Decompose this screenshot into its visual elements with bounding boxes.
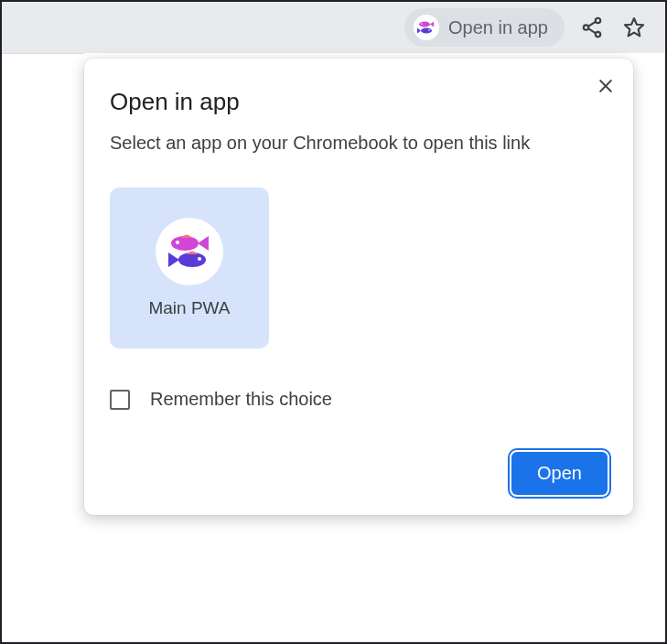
star-icon[interactable] (619, 13, 649, 42)
svg-marker-4 (417, 28, 421, 34)
svg-point-14 (171, 236, 199, 251)
fish-icon (414, 15, 439, 40)
dialog-title: Open in app (110, 88, 608, 116)
svg-marker-15 (198, 236, 209, 251)
open-button[interactable]: Open (511, 452, 608, 495)
svg-marker-11 (625, 18, 643, 36)
share-icon[interactable] (577, 13, 607, 42)
remember-label: Remember this choice (150, 389, 332, 410)
svg-point-2 (421, 23, 423, 25)
svg-point-7 (584, 25, 588, 29)
svg-point-19 (198, 257, 201, 261)
app-tile-main-pwa[interactable]: Main PWA (110, 188, 269, 349)
svg-line-9 (588, 22, 596, 27)
remember-choice-row[interactable]: Remember this choice (110, 389, 608, 410)
browser-toolbar: Open in app (2, 2, 665, 53)
window-frame: Open in app Open in app Selec (0, 0, 667, 644)
svg-marker-18 (168, 252, 179, 267)
close-button[interactable] (591, 71, 620, 101)
svg-point-0 (419, 22, 430, 27)
fish-icon (156, 218, 223, 285)
svg-marker-1 (430, 22, 434, 27)
dialog-subtitle: Select an app on your Chromebook to open… (110, 129, 586, 156)
svg-point-16 (176, 241, 179, 244)
toolbar-divider (2, 53, 84, 60)
svg-point-5 (428, 29, 430, 31)
svg-point-17 (178, 252, 206, 267)
svg-line-10 (588, 28, 596, 33)
checkbox-icon[interactable] (110, 390, 130, 410)
dialog-button-row: Open (110, 452, 608, 495)
open-in-app-dialog: Open in app Select an app on your Chrome… (84, 59, 633, 515)
chip-label: Open in app (448, 17, 548, 38)
svg-point-3 (421, 28, 432, 34)
app-name-label: Main PWA (148, 298, 230, 318)
svg-point-8 (596, 32, 600, 37)
svg-point-6 (596, 18, 600, 23)
open-in-app-chip[interactable]: Open in app (404, 8, 565, 47)
